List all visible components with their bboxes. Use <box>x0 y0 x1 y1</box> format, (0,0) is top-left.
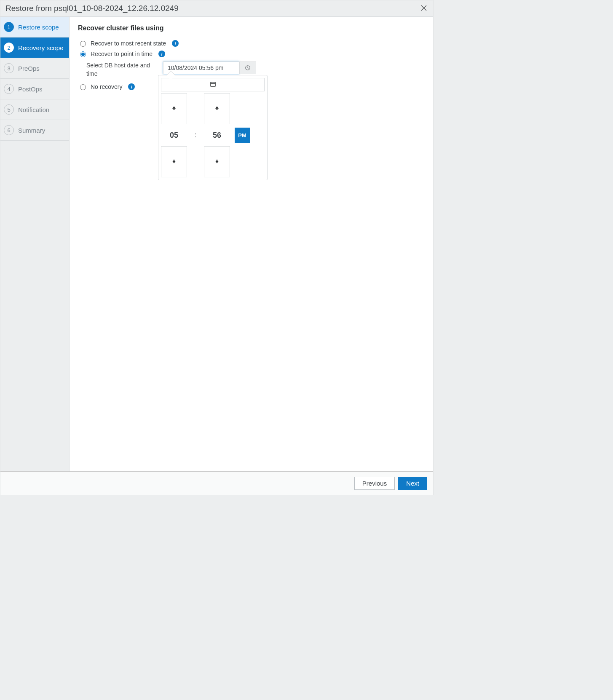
clock-button[interactable] <box>239 61 256 74</box>
previous-button[interactable]: Previous <box>354 477 395 490</box>
arrow-down-icon <box>214 158 220 166</box>
step-number: 6 <box>4 125 14 135</box>
timepicker-popover: 05 : 56 PM <box>158 75 268 180</box>
radio-point-in-time[interactable] <box>80 51 86 57</box>
svg-rect-3 <box>210 82 215 86</box>
radio-no-recovery[interactable] <box>80 84 86 90</box>
option-most-recent[interactable]: Recover to most recent state i <box>78 40 425 47</box>
step-notification: 5 Notification <box>0 99 69 120</box>
step-restore-scope[interactable]: 1 Restore scope <box>0 17 69 37</box>
info-icon[interactable]: i <box>172 40 179 47</box>
step-postops: 4 PostOps <box>0 79 69 99</box>
option-label: Recover to most recent state <box>91 40 166 47</box>
calendar-icon <box>210 81 216 88</box>
restore-dialog: Restore from psql01_10-08-2024_12.26.12.… <box>0 0 434 495</box>
step-number: 2 <box>4 43 14 53</box>
hour-value[interactable]: 05 <box>170 131 178 140</box>
option-label: No recovery <box>91 83 122 90</box>
dialog-title: Restore from psql01_10-08-2024_12.26.12.… <box>5 4 179 13</box>
step-number: 5 <box>4 104 14 115</box>
step-label: Restore scope <box>18 24 59 31</box>
dialog-footer: Previous Next <box>0 471 433 495</box>
close-icon[interactable] <box>419 5 429 13</box>
option-label: Recover to point in time <box>91 51 153 57</box>
option-point-in-time[interactable]: Recover to point in time i <box>78 50 425 57</box>
main-content: Recover cluster files using Recover to m… <box>70 17 433 471</box>
ampm-toggle[interactable]: PM <box>235 128 250 143</box>
step-label: PreOps <box>18 65 40 72</box>
timepicker-grid: 05 : 56 PM <box>161 93 265 177</box>
arrow-down-icon <box>171 158 177 166</box>
datetime-label: Select DB host date and time <box>86 61 154 78</box>
minute-up-button[interactable] <box>204 93 230 124</box>
datetime-input-wrap <box>163 61 256 74</box>
info-icon[interactable]: i <box>128 83 135 90</box>
step-number: 3 <box>4 63 14 73</box>
minute-down-button[interactable] <box>204 146 230 177</box>
content-heading: Recover cluster files using <box>78 24 425 32</box>
step-preops: 3 PreOps <box>0 58 69 79</box>
step-number: 1 <box>4 22 14 32</box>
dialog-header: Restore from psql01_10-08-2024_12.26.12.… <box>0 0 433 17</box>
calendar-toggle[interactable] <box>161 78 265 91</box>
next-button[interactable]: Next <box>398 477 427 490</box>
arrow-up-icon <box>171 105 177 113</box>
radio-most-recent[interactable] <box>80 41 86 47</box>
step-label: Recovery scope <box>18 44 64 51</box>
step-summary: 6 Summary <box>0 120 69 141</box>
datetime-subfield: Select DB host date and time <box>86 61 425 78</box>
dialog-body: 1 Restore scope 2 Recovery scope 3 PreOp… <box>0 17 433 471</box>
step-recovery-scope[interactable]: 2 Recovery scope <box>0 37 69 58</box>
step-label: PostOps <box>18 85 43 93</box>
hour-up-button[interactable] <box>161 93 187 124</box>
minute-value[interactable]: 56 <box>213 131 221 140</box>
arrow-up-icon <box>214 105 220 113</box>
step-number: 4 <box>4 84 14 94</box>
info-icon[interactable]: i <box>158 51 165 57</box>
step-label: Summary <box>18 127 45 134</box>
step-label: Notification <box>18 106 49 113</box>
datetime-input[interactable] <box>163 61 239 74</box>
hour-down-button[interactable] <box>161 146 187 177</box>
time-separator: : <box>195 131 196 139</box>
wizard-sidebar: 1 Restore scope 2 Recovery scope 3 PreOp… <box>0 17 70 471</box>
